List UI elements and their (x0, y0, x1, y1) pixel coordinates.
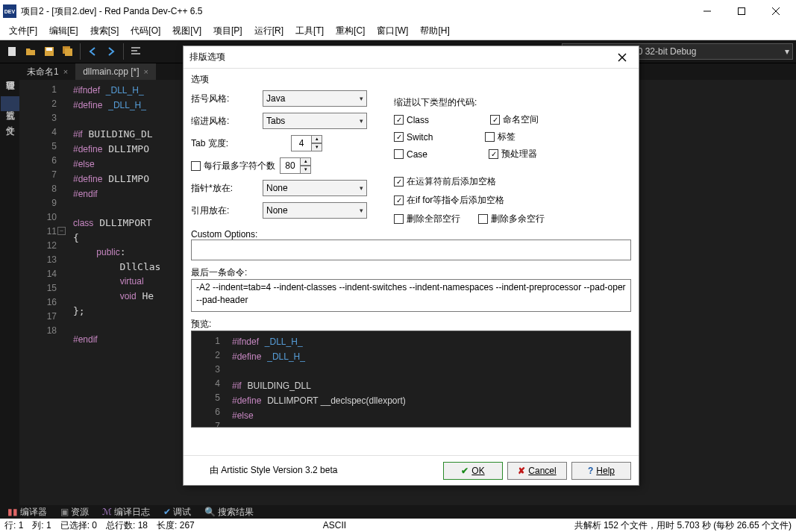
status-bar: 行: 1 列: 1 已选择: 0 总行数: 18 长度: 267 ASCII 共… (0, 519, 796, 532)
menu-edit[interactable]: 编辑[E] (43, 23, 84, 39)
tab-dllmain[interactable]: dllmain.cpp [*]× (75, 63, 156, 80)
brace-label: 括号风格: (191, 93, 258, 105)
check-switch[interactable]: ✓Switch (394, 131, 433, 143)
minimize-button[interactable] (690, 0, 724, 22)
format-icon[interactable] (127, 43, 145, 60)
dialog-title: 排版选项 (189, 51, 612, 63)
sidebar-project[interactable]: 项目管理 (1, 66, 19, 81)
menu-file[interactable]: 文件[F] (3, 23, 43, 39)
menu-code[interactable]: 代码[O] (125, 23, 166, 39)
menu-window[interactable]: 窗口[W] (371, 23, 414, 39)
indent-select[interactable]: Tabs▾ (263, 113, 367, 129)
dialog-close-button[interactable] (612, 47, 633, 68)
maxchar-spinner[interactable]: ▴▾ (280, 157, 311, 174)
bottom-tab-search[interactable]: 🔍搜索结果 (198, 505, 260, 519)
tabwidth-spinner[interactable]: ▴▾ (291, 135, 322, 151)
custom-options-input[interactable] (191, 240, 631, 260)
maxchar-check[interactable]: 每行最多字符个数 (191, 160, 275, 172)
status-len: 长度: 267 (152, 519, 199, 532)
menu-refactor[interactable]: 重构[C] (330, 23, 371, 39)
gutter: 12345 678910 11− 1213141516 1718 (19, 80, 60, 505)
svg-rect-8 (65, 48, 72, 56)
tabwidth-label: Tab 宽度: (191, 137, 258, 150)
bottom-tab-log[interactable]: ℳ编译日志 (96, 505, 156, 519)
check-preproc[interactable]: ✓预处理器 (489, 148, 537, 160)
title-bar: DEV 项目2 - [项目2.dev] - Red Panda Dev-C++ … (0, 0, 796, 22)
status-parse: 共解析 152 个文件，用时 5.703 秒 (每秒 26.65 个文件) (570, 519, 796, 532)
app-icon: DEV (3, 4, 16, 18)
svg-rect-6 (46, 48, 52, 51)
new-file-icon[interactable] (3, 43, 21, 60)
help-button[interactable]: ?Help (571, 462, 631, 480)
menu-run[interactable]: 运行[R] (248, 23, 289, 39)
status-encoding: ASCII (319, 520, 351, 531)
sidebar: 项目管理 结构 监视 文件 (0, 63, 19, 505)
menu-search[interactable]: 搜索[S] (84, 23, 125, 39)
tab-unnamed[interactable]: 未命名1× (19, 63, 75, 80)
credit-label: 由 Artistic Style Version 3.2 beta (191, 464, 439, 477)
status-row: 行: 1 (0, 519, 28, 532)
menu-tools[interactable]: 工具[T] (289, 23, 330, 39)
sidebar-watch[interactable]: 监视 (1, 96, 19, 111)
cancel-button[interactable]: ✘Cancel (507, 462, 567, 480)
sidebar-structure[interactable]: 结构 (1, 81, 19, 96)
status-col: 列: 1 (28, 519, 55, 532)
close-icon[interactable]: × (63, 67, 68, 76)
dialog-title-bar: 排版选项 (184, 46, 639, 69)
indent-types-label: 缩进以下类型的代码: (394, 96, 633, 109)
open-folder-icon[interactable] (22, 43, 40, 60)
pointer-select[interactable]: None▾ (263, 180, 367, 196)
fold-icon[interactable]: − (57, 227, 66, 235)
dialog-buttons: 由 Artistic Style Version 3.2 beta ✔OK ✘C… (184, 455, 639, 485)
check-padheader[interactable]: ✓在if for等指令后添加空格 (394, 194, 633, 207)
status-lines: 总行数: 18 (101, 519, 152, 532)
bottom-tab-compiler[interactable]: ▮▮编译器 (1, 505, 53, 519)
menu-help[interactable]: 帮助[H] (414, 23, 455, 39)
ok-button[interactable]: ✔OK (443, 462, 503, 480)
save-icon[interactable] (40, 43, 58, 60)
bottom-tab-debug[interactable]: ✔调试 (157, 505, 197, 519)
menu-view[interactable]: 视图[V] (166, 23, 207, 39)
menu-bar: 文件[F] 编辑[E] 搜索[S] 代码[O] 视图[V] 项目[P] 运行[R… (0, 22, 796, 40)
preview-label: 预览: (191, 318, 631, 331)
check-case[interactable]: Case (394, 148, 427, 160)
close-icon[interactable]: × (144, 67, 148, 76)
menu-project[interactable]: 项目[P] (207, 23, 248, 39)
back-icon[interactable] (84, 43, 101, 60)
maximize-button[interactable] (724, 0, 759, 22)
check-namespace[interactable]: ✓命名空间 (490, 113, 539, 126)
check-padop[interactable]: ✓在运算符前后添加空格 (394, 175, 633, 188)
indent-label: 缩进风格: (191, 115, 258, 128)
bottom-tab-resource[interactable]: ▣资源 (54, 505, 95, 519)
bottom-panel-tabs: ▮▮编译器 ▣资源 ℳ编译日志 ✔调试 🔍搜索结果 (0, 505, 796, 519)
format-dialog: 排版选项 选项 括号风格: Java▾ 缩进风格: Tabs▾ Tab 宽度: … (183, 46, 639, 486)
svg-rect-1 (739, 8, 745, 15)
ref-label: 引用放在: (191, 204, 258, 217)
check-class[interactable]: ✓Class (394, 113, 429, 126)
pointer-label: 指针*放在: (191, 182, 258, 195)
forward-icon[interactable] (102, 43, 120, 60)
preview-editor: 1234567 #ifndef _DLL_H_ #define _DLL_H_ … (191, 331, 631, 428)
close-button[interactable] (759, 0, 793, 22)
status-sel: 已选择: 0 (56, 519, 101, 532)
section-heading: 选项 (191, 73, 631, 86)
sidebar-files[interactable]: 文件 (1, 111, 19, 126)
svg-rect-4 (8, 47, 16, 56)
save-all-icon[interactable] (59, 43, 77, 60)
custom-label: Custom Options: (191, 229, 631, 240)
check-delextrablank[interactable]: 删除多余空行 (478, 213, 545, 225)
window-title: 项目2 - [项目2.dev] - Red Panda Dev-C++ 6.5 (21, 5, 690, 18)
lastcmd-label: 最后一条命令: (191, 266, 631, 279)
check-delallblank[interactable]: 删除全部空行 (394, 213, 460, 225)
lastcmd-box: -A2 --indent=tab=4 --indent-classes --in… (191, 279, 631, 312)
brace-select[interactable]: Java▾ (263, 90, 367, 107)
ref-select[interactable]: None▾ (263, 202, 367, 219)
check-label[interactable]: 标签 (485, 131, 515, 143)
